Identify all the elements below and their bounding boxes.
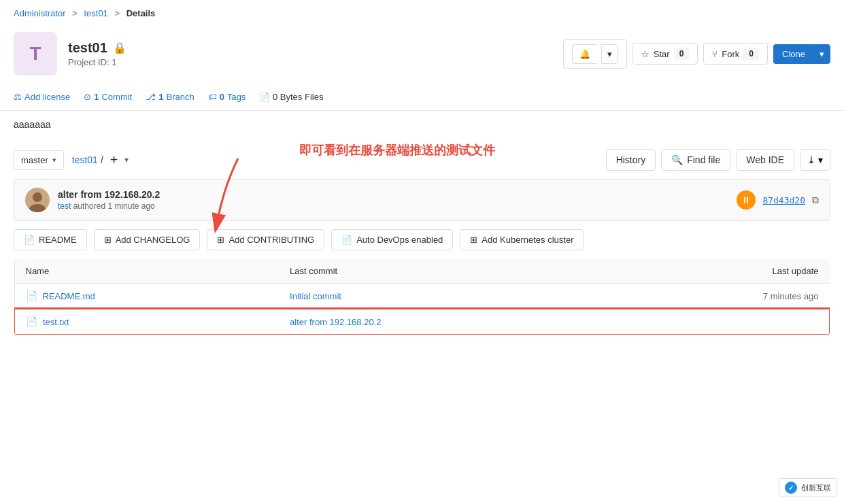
add-changelog-button[interactable]: ⊞ Add CHANGELOG bbox=[94, 229, 201, 250]
commit-hash-link[interactable]: 87d43d20 bbox=[762, 195, 805, 205]
col-commit: Last commit bbox=[279, 259, 605, 284]
toolbar-actions: History 🔍 Find file Web IDE ⤓ ▾ bbox=[606, 149, 830, 171]
file-icon: 📄 bbox=[26, 316, 37, 327]
lock-icon: 🔒 bbox=[113, 41, 126, 54]
commit-details: alter from 192.168.20.2 test authored 1 … bbox=[58, 189, 737, 211]
readme-button[interactable]: 📄 README bbox=[14, 229, 87, 250]
branches-link[interactable]: ⎇ 1 Branch bbox=[146, 92, 194, 102]
find-file-button[interactable]: 🔍 Find file bbox=[661, 149, 730, 171]
file-list: 📄 README.md Initial commit 7 minutes ago… bbox=[14, 284, 830, 335]
branch-selector-value: master bbox=[21, 155, 48, 165]
svg-point-2 bbox=[33, 192, 42, 202]
chevron-down-icon: ▾ bbox=[52, 156, 56, 165]
tag-icon: 🏷 bbox=[208, 92, 217, 102]
file-link[interactable]: 📄 test.txt bbox=[26, 316, 268, 327]
file-link[interactable]: 📄 README.md bbox=[26, 290, 269, 301]
breadcrumb-project[interactable]: test01 bbox=[84, 8, 107, 18]
file-update-cell: 7 minutes ago bbox=[605, 284, 830, 309]
table-row: 📄 test.txt alter from 192.168.20.2 bbox=[14, 309, 830, 335]
download-icon: ⤓ bbox=[807, 154, 815, 165]
readme-icon: 📄 bbox=[24, 235, 35, 245]
add-license-link[interactable]: ⚖ Add license bbox=[14, 92, 70, 102]
add-contributing-button[interactable]: ⊞ Add CONTRIBUTING bbox=[207, 229, 324, 250]
breadcrumb: Administrator > test01 > Details bbox=[0, 0, 844, 24]
file-name-cell: 📄 README.md bbox=[14, 284, 279, 309]
shortcuts-bar: 📄 README ⊞ Add CHANGELOG ⊞ Add CONTRIBUT… bbox=[14, 229, 830, 250]
add-kubernetes-button[interactable]: ⊞ Add Kubernetes cluster bbox=[460, 229, 584, 250]
toolbar-area: master ▾ test01 / + ▾ 即可看到在服务器端推送的测试文件 H… bbox=[14, 149, 830, 171]
clone-dropdown[interactable]: ▾ bbox=[813, 44, 830, 64]
chevron-down-icon-path: ▾ bbox=[124, 155, 129, 165]
project-info: test01 🔒 Project ID: 1 bbox=[68, 40, 563, 67]
breadcrumb-current: Details bbox=[126, 8, 156, 18]
project-avatar: T bbox=[14, 32, 57, 75]
file-table-header: Name Last commit Last update bbox=[14, 259, 830, 284]
path-nav: test01 / + ▾ bbox=[72, 151, 129, 169]
commit-icon: ⊙ bbox=[84, 92, 91, 102]
project-name: test01 🔒 bbox=[68, 40, 563, 56]
auto-devops-button[interactable]: 📄 Auto DevOps enabled bbox=[331, 229, 453, 250]
file-commit-cell: alter from 192.168.20.2 bbox=[279, 309, 605, 335]
annotation-text: 即可看到在服务器端推送的测试文件 bbox=[299, 144, 495, 157]
file-commit-cell: Initial commit bbox=[279, 284, 605, 309]
plus-icon-contributing: ⊞ bbox=[217, 235, 224, 245]
path-root-link[interactable]: test01 bbox=[72, 154, 98, 165]
breadcrumb-admin[interactable]: Administrator bbox=[14, 8, 66, 18]
breadcrumb-sep2: > bbox=[114, 8, 120, 18]
license-icon: ⚖ bbox=[14, 92, 22, 102]
chevron-down-icon-dl: ▾ bbox=[818, 154, 823, 165]
col-update: Last update bbox=[605, 259, 830, 284]
tags-link[interactable]: 🏷 0 Tags bbox=[208, 92, 246, 102]
project-header: T test01 🔒 Project ID: 1 🔔 ▾ ☆ Star 0 ⑂ … bbox=[0, 24, 844, 86]
web-ide-button[interactable]: Web IDE bbox=[736, 149, 794, 171]
clone-button-group: Clone ▾ bbox=[773, 44, 830, 64]
project-actions: 🔔 ▾ ☆ Star 0 ⑂ Fork 0 Clone ▾ bbox=[563, 39, 830, 69]
file-size: 📄 0 Bytes Files bbox=[259, 92, 323, 102]
commit-meta: test authored 1 minute ago bbox=[58, 201, 737, 211]
annotation-overlay: 即可看到在服务器端推送的测试文件 bbox=[299, 142, 495, 158]
fork-button[interactable]: ⑂ Fork 0 bbox=[703, 43, 768, 65]
file-commit-link[interactable]: Initial commit bbox=[290, 291, 341, 301]
repo-description: aaaaaaa bbox=[0, 111, 844, 138]
commit-message: alter from 192.168.20.2 bbox=[58, 189, 737, 200]
file-commit-link[interactable]: alter from 192.168.20.2 bbox=[290, 317, 381, 327]
col-name: Name bbox=[14, 259, 279, 284]
download-button[interactable]: ⤓ ▾ bbox=[800, 149, 830, 171]
copy-hash-button[interactable]: ⧉ bbox=[812, 195, 819, 206]
table-row: 📄 README.md Initial commit 7 minutes ago bbox=[14, 284, 830, 309]
toolbar: master ▾ test01 / + ▾ 即可看到在服务器端推送的测试文件 H… bbox=[14, 149, 830, 171]
file-browser: master ▾ test01 / + ▾ 即可看到在服务器端推送的测试文件 H… bbox=[0, 138, 844, 346]
commit-author-link[interactable]: test bbox=[58, 201, 71, 211]
star-button[interactable]: ☆ Star 0 bbox=[632, 43, 698, 65]
add-file-button[interactable]: + bbox=[106, 151, 122, 169]
kubernetes-icon: ⊞ bbox=[470, 235, 477, 245]
file-name-cell: 📄 test.txt bbox=[14, 309, 279, 335]
project-id: Project ID: 1 bbox=[68, 57, 563, 67]
commit-right: 87d43d20 ⧉ bbox=[737, 190, 819, 209]
commit-info: alter from 192.168.20.2 test authored 1 … bbox=[14, 179, 830, 221]
file-name-text: test.txt bbox=[43, 317, 69, 327]
path-sep: / bbox=[101, 154, 103, 165]
plus-icon-changelog: ⊞ bbox=[104, 235, 112, 245]
file-icon: 📄 bbox=[26, 290, 37, 301]
history-button[interactable]: History bbox=[606, 149, 656, 171]
fork-icon: ⑂ bbox=[712, 49, 718, 59]
notification-button[interactable]: 🔔 ▾ bbox=[563, 39, 627, 69]
file-table: Name Last commit Last update 📄 README.md… bbox=[14, 258, 830, 335]
breadcrumb-sep1: > bbox=[72, 8, 78, 18]
branch-icon: ⎇ bbox=[146, 92, 156, 102]
repo-stats: ⚖ Add license ⊙ 1 Commit ⎇ 1 Branch 🏷 0 … bbox=[0, 86, 844, 111]
search-icon: 🔍 bbox=[671, 154, 683, 165]
pipeline-status-icon[interactable] bbox=[737, 190, 756, 209]
devops-icon: 📄 bbox=[341, 235, 352, 245]
star-icon: ☆ bbox=[641, 49, 649, 59]
commits-link[interactable]: ⊙ 1 Commit bbox=[84, 92, 132, 102]
branch-selector[interactable]: master ▾ bbox=[14, 150, 64, 170]
file-name-text: README.md bbox=[43, 291, 95, 301]
file-update-cell bbox=[605, 309, 830, 335]
file-icon: 📄 bbox=[259, 92, 270, 102]
clone-button[interactable]: Clone bbox=[773, 44, 813, 64]
commit-author-avatar bbox=[25, 188, 50, 212]
